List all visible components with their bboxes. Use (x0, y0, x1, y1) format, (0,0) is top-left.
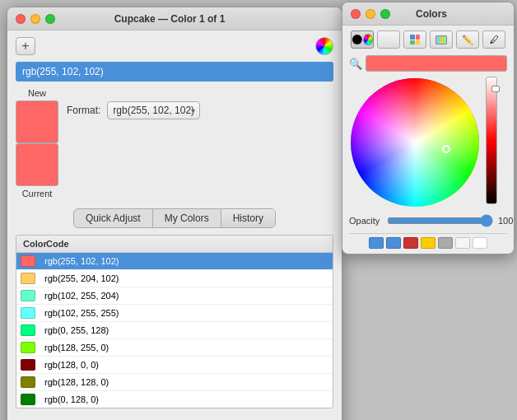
table-row[interactable]: rgb(102, 255, 204) (16, 287, 333, 305)
brightness-handle[interactable] (491, 86, 500, 92)
opacity-label: Opacity (349, 216, 382, 226)
color-swatch (21, 255, 35, 267)
sliders-mode-button[interactable] (377, 30, 400, 49)
color-cell (16, 305, 40, 321)
titlebar: Cupcake — Color 1 of 1 (7, 7, 342, 30)
code-cell: rgb(128, 128, 0) (40, 375, 333, 390)
code-cell: rgb(255, 204, 102) (40, 271, 333, 286)
table-row[interactable]: rgb(255, 204, 102) (16, 270, 333, 287)
color-wheel-svg (349, 77, 481, 208)
format-select[interactable]: rgb(255, 102, 102) hex hsl (107, 101, 200, 119)
palette-swatch[interactable] (386, 237, 401, 249)
code-cell: rgb(102, 255, 255) (40, 306, 333, 320)
table-row[interactable]: rgb(128, 255, 0) (16, 339, 333, 357)
color-wheel-wrapper[interactable] (349, 77, 481, 208)
code-cell: rgb(128, 0, 0) (40, 357, 333, 372)
color-preview-section: New Current Format: rgb(255, 102, 102) h… (16, 88, 333, 198)
format-row: Format: rgb(255, 102, 102) hex hsl (67, 101, 200, 119)
new-label: New (28, 88, 46, 98)
mode-icons: ✏️ 🖊 (349, 30, 507, 49)
brightness-slider-container (486, 77, 497, 208)
palette-swatch[interactable] (473, 237, 487, 249)
opacity-row: Opacity 100 % (349, 215, 507, 226)
current-swatch (16, 143, 58, 186)
tab-quick-adjust[interactable]: Quick Adjust (74, 209, 153, 227)
palette-swatch[interactable] (403, 237, 418, 249)
palette-swatch[interactable] (438, 237, 453, 249)
color-cell (16, 357, 40, 373)
table-row[interactable]: rgb(128, 0, 0) (16, 357, 333, 374)
search-result-preview (366, 55, 507, 72)
section-divider (349, 233, 507, 234)
colors-panel: Colors (342, 2, 515, 254)
color-swatch (21, 376, 35, 388)
color-cell (16, 253, 40, 269)
code-cell: rgb(102, 255, 204) (40, 288, 333, 303)
code-column-header: Code (43, 237, 329, 250)
code-cell: rgb(0, 255, 128) (40, 323, 333, 338)
colors-close-button[interactable] (351, 9, 361, 19)
search-row: 🔍 (349, 55, 507, 72)
colors-body: ✏️ 🖊 🔍 (342, 26, 514, 254)
color-swatch (21, 273, 35, 284)
color-cell (16, 391, 40, 408)
colors-maximize-button[interactable] (380, 9, 390, 19)
tab-history[interactable]: History (221, 209, 275, 227)
color-column-header: Color (20, 237, 43, 250)
color-swatch (21, 290, 35, 301)
palette-swatch[interactable] (369, 237, 384, 249)
color-wheel-mode-button[interactable] (351, 30, 374, 49)
color-cell (16, 287, 40, 304)
tabs-row: Quick Adjust My Colors History (16, 208, 333, 228)
rgb-input[interactable] (16, 62, 333, 82)
search-icon: 🔍 (349, 58, 362, 70)
table-row[interactable]: rgb(102, 255, 255) (16, 305, 333, 322)
color-cell (16, 270, 40, 287)
colors-titlebar: Colors (342, 2, 514, 26)
window-body: + New Current Format: rgb(255, 102, 102)… (7, 30, 342, 420)
format-select-wrapper: rgb(255, 102, 102) hex hsl (107, 101, 200, 119)
colors-minimize-button[interactable] (366, 9, 375, 19)
palette-swatch[interactable] (421, 237, 435, 249)
image-mode-button[interactable] (430, 30, 453, 49)
rgb-input-row (16, 62, 333, 82)
brightness-bar (486, 77, 497, 204)
window-title: Cupcake — Color 1 of 1 (7, 13, 333, 25)
table-row[interactable]: rgb(0, 255, 128) (16, 322, 333, 339)
color-swatch (21, 324, 35, 336)
add-button[interactable]: + (16, 37, 35, 55)
toolbar-row: + (16, 37, 333, 55)
color-wheel-mode-icon (352, 33, 363, 46)
tab-group: Quick Adjust My Colors History (73, 208, 276, 228)
table-row[interactable]: rgb(255, 102, 102) (16, 253, 333, 270)
opacity-slider[interactable] (387, 215, 493, 226)
color-swatch (21, 342, 35, 353)
format-label: Format: (67, 105, 100, 116)
crayon-mode-button[interactable]: ✏️ (456, 30, 479, 49)
table-row[interactable]: rgb(0, 128, 0) (16, 391, 333, 408)
cupcake-window: Cupcake — Color 1 of 1 + New Current For… (7, 7, 342, 420)
palette-swatch[interactable] (455, 237, 470, 249)
table-row[interactable]: rgb(128, 128, 0) (16, 374, 333, 391)
colors-panel-title: Colors (390, 8, 473, 20)
svg-point-3 (351, 78, 479, 207)
history-table: Color Code rgb(255, 102, 102) rgb(255, 2… (16, 235, 333, 408)
color-swatches: New Current (16, 88, 58, 198)
color-swatch (21, 394, 35, 405)
svg-point-0 (352, 35, 362, 44)
palette-mode-button[interactable] (403, 30, 426, 49)
tab-my-colors[interactable]: My Colors (153, 209, 221, 227)
current-label: Current (22, 189, 53, 198)
color-cell (16, 322, 40, 338)
pencil-mode-button[interactable]: 🖊 (482, 30, 505, 49)
palette-row (349, 237, 507, 249)
table-header: Color Code (16, 236, 333, 253)
code-cell: rgb(0, 128, 0) (40, 392, 333, 407)
wheel-section (349, 77, 507, 208)
new-swatch (16, 100, 58, 143)
color-wheel-icon[interactable] (315, 37, 333, 55)
color-cell (16, 339, 40, 356)
opacity-value: 100 (498, 216, 513, 226)
color-cell (16, 374, 40, 390)
code-cell: rgb(255, 102, 102) (40, 254, 333, 268)
